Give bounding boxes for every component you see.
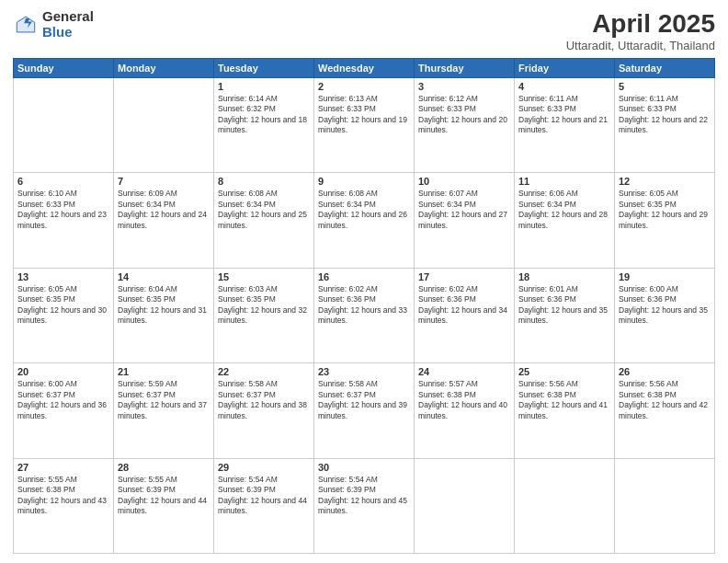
day-info: Sunrise: 5:58 AMSunset: 6:37 PMDaylight:… [318, 379, 410, 421]
logo-general: General [42, 9, 94, 25]
day-cell: 18Sunrise: 6:01 AMSunset: 6:36 PMDayligh… [515, 268, 615, 362]
day-number: 28 [118, 462, 210, 473]
day-number: 29 [218, 462, 310, 473]
day-cell [415, 458, 515, 553]
day-number: 22 [218, 366, 310, 377]
logo-blue: Blue [42, 25, 94, 40]
day-cell [14, 78, 114, 173]
day-number: 26 [619, 366, 711, 377]
day-info: Sunrise: 6:14 AMSunset: 6:32 PMDaylight:… [218, 94, 310, 136]
day-info: Sunrise: 6:07 AMSunset: 6:34 PMDaylight:… [418, 189, 510, 231]
day-info: Sunrise: 6:08 AMSunset: 6:34 PMDaylight:… [318, 189, 410, 231]
day-info: Sunrise: 5:56 AMSunset: 6:38 PMDaylight:… [619, 379, 711, 421]
day-cell: 22Sunrise: 5:58 AMSunset: 6:37 PMDayligh… [214, 363, 314, 458]
day-info: Sunrise: 5:56 AMSunset: 6:38 PMDaylight:… [518, 379, 610, 421]
day-info: Sunrise: 5:57 AMSunset: 6:38 PMDaylight:… [418, 379, 510, 421]
day-number: 23 [318, 366, 410, 377]
day-number: 18 [518, 271, 610, 282]
day-cell: 17Sunrise: 6:02 AMSunset: 6:36 PMDayligh… [415, 268, 515, 362]
week-row-1: 1Sunrise: 6:14 AMSunset: 6:32 PMDaylight… [14, 78, 715, 173]
day-cell: 21Sunrise: 5:59 AMSunset: 6:37 PMDayligh… [114, 363, 214, 458]
day-cell: 13Sunrise: 6:05 AMSunset: 6:35 PMDayligh… [14, 268, 114, 362]
day-cell: 9Sunrise: 6:08 AMSunset: 6:34 PMDaylight… [314, 173, 415, 268]
day-info: Sunrise: 5:55 AMSunset: 6:38 PMDaylight:… [17, 475, 109, 517]
day-info: Sunrise: 5:58 AMSunset: 6:37 PMDaylight:… [218, 379, 310, 421]
week-row-5: 27Sunrise: 5:55 AMSunset: 6:38 PMDayligh… [14, 458, 715, 553]
day-info: Sunrise: 6:08 AMSunset: 6:34 PMDaylight:… [218, 189, 310, 231]
col-sunday: Sunday [14, 59, 114, 78]
day-number: 25 [518, 366, 610, 377]
day-number: 7 [118, 176, 210, 187]
day-number: 20 [17, 366, 109, 377]
day-number: 19 [619, 271, 711, 282]
day-info: Sunrise: 5:59 AMSunset: 6:37 PMDaylight:… [118, 379, 210, 421]
day-cell: 6Sunrise: 6:10 AMSunset: 6:33 PMDaylight… [14, 173, 114, 268]
day-info: Sunrise: 6:03 AMSunset: 6:35 PMDaylight:… [218, 284, 310, 327]
day-info: Sunrise: 5:54 AMSunset: 6:39 PMDaylight:… [318, 475, 410, 517]
day-number: 13 [17, 271, 109, 282]
day-cell: 24Sunrise: 5:57 AMSunset: 6:38 PMDayligh… [415, 363, 515, 458]
week-row-4: 20Sunrise: 6:00 AMSunset: 6:37 PMDayligh… [14, 363, 715, 458]
day-number: 14 [118, 271, 210, 282]
day-cell [114, 78, 214, 173]
day-cell: 26Sunrise: 5:56 AMSunset: 6:38 PMDayligh… [615, 363, 715, 458]
col-thursday: Thursday [415, 59, 515, 78]
svg-marker-0 [17, 15, 36, 32]
day-info: Sunrise: 5:54 AMSunset: 6:39 PMDaylight:… [218, 475, 310, 517]
day-number: 9 [318, 176, 410, 187]
day-info: Sunrise: 6:10 AMSunset: 6:33 PMDaylight:… [17, 189, 109, 231]
day-cell: 16Sunrise: 6:02 AMSunset: 6:36 PMDayligh… [314, 268, 415, 362]
col-monday: Monday [114, 59, 214, 78]
day-number: 2 [318, 81, 410, 92]
day-info: Sunrise: 6:09 AMSunset: 6:34 PMDaylight:… [118, 189, 210, 231]
week-row-2: 6Sunrise: 6:10 AMSunset: 6:33 PMDaylight… [14, 173, 715, 268]
day-cell: 3Sunrise: 6:12 AMSunset: 6:33 PMDaylight… [415, 78, 515, 173]
day-number: 8 [218, 176, 310, 187]
day-cell: 14Sunrise: 6:04 AMSunset: 6:35 PMDayligh… [114, 268, 214, 362]
day-number: 3 [418, 81, 510, 92]
day-cell: 19Sunrise: 6:00 AMSunset: 6:36 PMDayligh… [615, 268, 715, 362]
day-info: Sunrise: 6:13 AMSunset: 6:33 PMDaylight:… [318, 94, 410, 136]
day-cell: 28Sunrise: 5:55 AMSunset: 6:39 PMDayligh… [114, 458, 214, 553]
header-row: Sunday Monday Tuesday Wednesday Thursday… [14, 59, 715, 78]
day-cell: 11Sunrise: 6:06 AMSunset: 6:34 PMDayligh… [515, 173, 615, 268]
day-number: 16 [318, 271, 410, 282]
day-info: Sunrise: 5:55 AMSunset: 6:39 PMDaylight:… [118, 475, 210, 517]
day-number: 17 [418, 271, 510, 282]
day-number: 12 [619, 176, 711, 187]
day-cell: 25Sunrise: 5:56 AMSunset: 6:38 PMDayligh… [515, 363, 615, 458]
day-cell: 15Sunrise: 6:03 AMSunset: 6:35 PMDayligh… [214, 268, 314, 362]
day-number: 11 [518, 176, 610, 187]
day-info: Sunrise: 6:02 AMSunset: 6:36 PMDaylight:… [318, 284, 410, 327]
title-block: April 2025 Uttaradit, Uttaradit, Thailan… [566, 9, 715, 52]
day-info: Sunrise: 6:11 AMSunset: 6:33 PMDaylight:… [619, 94, 711, 136]
day-info: Sunrise: 6:01 AMSunset: 6:36 PMDaylight:… [518, 284, 610, 327]
page: General Blue April 2025 Uttaradit, Uttar… [0, 0, 728, 563]
day-number: 6 [17, 176, 109, 187]
day-cell: 8Sunrise: 6:08 AMSunset: 6:34 PMDaylight… [214, 173, 314, 268]
day-info: Sunrise: 6:12 AMSunset: 6:33 PMDaylight:… [418, 94, 510, 136]
day-info: Sunrise: 6:00 AMSunset: 6:36 PMDaylight:… [619, 284, 711, 327]
day-cell: 23Sunrise: 5:58 AMSunset: 6:37 PMDayligh… [314, 363, 415, 458]
day-cell: 1Sunrise: 6:14 AMSunset: 6:32 PMDaylight… [214, 78, 314, 173]
day-number: 1 [218, 81, 310, 92]
logo-icon [13, 12, 39, 38]
col-friday: Friday [515, 59, 615, 78]
calendar-table: Sunday Monday Tuesday Wednesday Thursday… [13, 58, 715, 554]
day-number: 21 [118, 366, 210, 377]
day-number: 4 [518, 81, 610, 92]
day-cell: 2Sunrise: 6:13 AMSunset: 6:33 PMDaylight… [314, 78, 415, 173]
day-number: 30 [318, 462, 410, 473]
week-row-3: 13Sunrise: 6:05 AMSunset: 6:35 PMDayligh… [14, 268, 715, 362]
day-number: 10 [418, 176, 510, 187]
calendar-subtitle: Uttaradit, Uttaradit, Thailand [566, 39, 715, 52]
day-info: Sunrise: 6:00 AMSunset: 6:37 PMDaylight:… [17, 379, 109, 421]
day-cell: 10Sunrise: 6:07 AMSunset: 6:34 PMDayligh… [415, 173, 515, 268]
day-cell: 29Sunrise: 5:54 AMSunset: 6:39 PMDayligh… [214, 458, 314, 553]
day-info: Sunrise: 6:02 AMSunset: 6:36 PMDaylight:… [418, 284, 510, 327]
day-cell: 7Sunrise: 6:09 AMSunset: 6:34 PMDaylight… [114, 173, 214, 268]
day-cell: 30Sunrise: 5:54 AMSunset: 6:39 PMDayligh… [314, 458, 415, 553]
day-number: 24 [418, 366, 510, 377]
day-number: 27 [17, 462, 109, 473]
col-saturday: Saturday [615, 59, 715, 78]
